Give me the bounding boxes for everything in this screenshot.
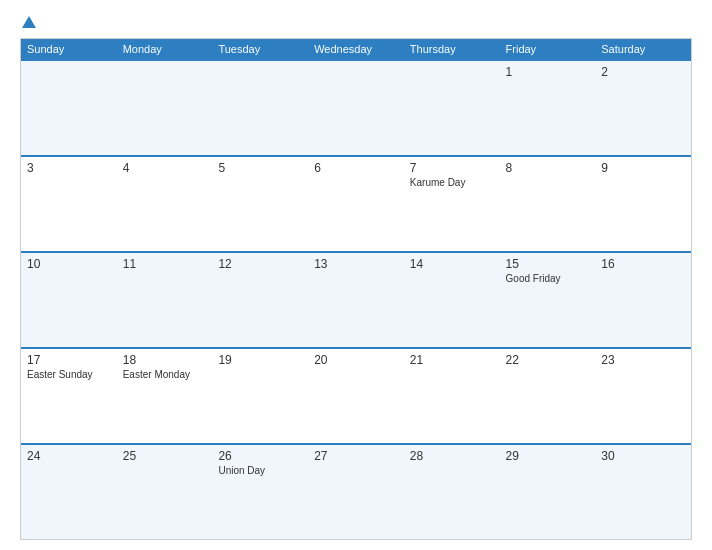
day-cell: 1	[500, 61, 596, 155]
day-number: 11	[123, 257, 207, 271]
week-row-1: 12	[21, 59, 691, 155]
day-cell: 6	[308, 157, 404, 251]
calendar: SundayMondayTuesdayWednesdayThursdayFrid…	[20, 38, 692, 540]
day-number: 28	[410, 449, 494, 463]
day-number: 2	[601, 65, 685, 79]
holiday-name: Karume Day	[410, 177, 494, 188]
day-number: 22	[506, 353, 590, 367]
day-number: 19	[218, 353, 302, 367]
day-number: 1	[506, 65, 590, 79]
day-cell	[212, 61, 308, 155]
holiday-name: Union Day	[218, 465, 302, 476]
day-number: 5	[218, 161, 302, 175]
day-cell: 13	[308, 253, 404, 347]
day-cell	[404, 61, 500, 155]
day-cell: 7Karume Day	[404, 157, 500, 251]
day-cell: 28	[404, 445, 500, 539]
day-cell: 14	[404, 253, 500, 347]
day-number: 26	[218, 449, 302, 463]
day-cell: 18Easter Monday	[117, 349, 213, 443]
day-cell: 24	[21, 445, 117, 539]
day-number: 10	[27, 257, 111, 271]
day-number: 27	[314, 449, 398, 463]
day-cell: 22	[500, 349, 596, 443]
holiday-name: Good Friday	[506, 273, 590, 284]
day-number: 25	[123, 449, 207, 463]
day-number: 12	[218, 257, 302, 271]
day-header-wednesday: Wednesday	[308, 39, 404, 59]
day-cell: 9	[595, 157, 691, 251]
day-cell: 10	[21, 253, 117, 347]
day-number: 3	[27, 161, 111, 175]
day-cell: 5	[212, 157, 308, 251]
day-cell: 27	[308, 445, 404, 539]
day-number: 30	[601, 449, 685, 463]
holiday-name: Easter Sunday	[27, 369, 111, 380]
day-cell: 8	[500, 157, 596, 251]
day-cell: 26Union Day	[212, 445, 308, 539]
logo-triangle-icon	[22, 16, 36, 28]
day-headers: SundayMondayTuesdayWednesdayThursdayFrid…	[21, 39, 691, 59]
logo	[20, 16, 36, 28]
day-cell	[117, 61, 213, 155]
weeks: 1234567Karume Day89101112131415Good Frid…	[21, 59, 691, 539]
day-number: 4	[123, 161, 207, 175]
day-cell: 21	[404, 349, 500, 443]
day-number: 13	[314, 257, 398, 271]
day-cell: 29	[500, 445, 596, 539]
day-cell: 17Easter Sunday	[21, 349, 117, 443]
day-cell: 15Good Friday	[500, 253, 596, 347]
day-cell: 20	[308, 349, 404, 443]
day-header-thursday: Thursday	[404, 39, 500, 59]
day-number: 21	[410, 353, 494, 367]
day-header-monday: Monday	[117, 39, 213, 59]
day-number: 17	[27, 353, 111, 367]
page: SundayMondayTuesdayWednesdayThursdayFrid…	[0, 0, 712, 550]
day-number: 24	[27, 449, 111, 463]
day-cell: 11	[117, 253, 213, 347]
day-cell: 19	[212, 349, 308, 443]
day-header-saturday: Saturday	[595, 39, 691, 59]
day-number: 9	[601, 161, 685, 175]
week-row-5: 242526Union Day27282930	[21, 443, 691, 539]
day-number: 16	[601, 257, 685, 271]
day-header-friday: Friday	[500, 39, 596, 59]
day-cell: 4	[117, 157, 213, 251]
day-cell: 30	[595, 445, 691, 539]
day-number: 15	[506, 257, 590, 271]
day-number: 6	[314, 161, 398, 175]
day-number: 7	[410, 161, 494, 175]
day-header-sunday: Sunday	[21, 39, 117, 59]
holiday-name: Easter Monday	[123, 369, 207, 380]
week-row-2: 34567Karume Day89	[21, 155, 691, 251]
day-header-tuesday: Tuesday	[212, 39, 308, 59]
day-number: 18	[123, 353, 207, 367]
day-number: 20	[314, 353, 398, 367]
header	[20, 16, 692, 28]
day-cell	[308, 61, 404, 155]
day-number: 8	[506, 161, 590, 175]
day-cell: 3	[21, 157, 117, 251]
day-cell	[21, 61, 117, 155]
day-cell: 2	[595, 61, 691, 155]
day-cell: 25	[117, 445, 213, 539]
day-number: 14	[410, 257, 494, 271]
day-number: 29	[506, 449, 590, 463]
day-cell: 16	[595, 253, 691, 347]
day-cell: 23	[595, 349, 691, 443]
week-row-4: 17Easter Sunday18Easter Monday1920212223	[21, 347, 691, 443]
day-cell: 12	[212, 253, 308, 347]
week-row-3: 101112131415Good Friday16	[21, 251, 691, 347]
day-number: 23	[601, 353, 685, 367]
